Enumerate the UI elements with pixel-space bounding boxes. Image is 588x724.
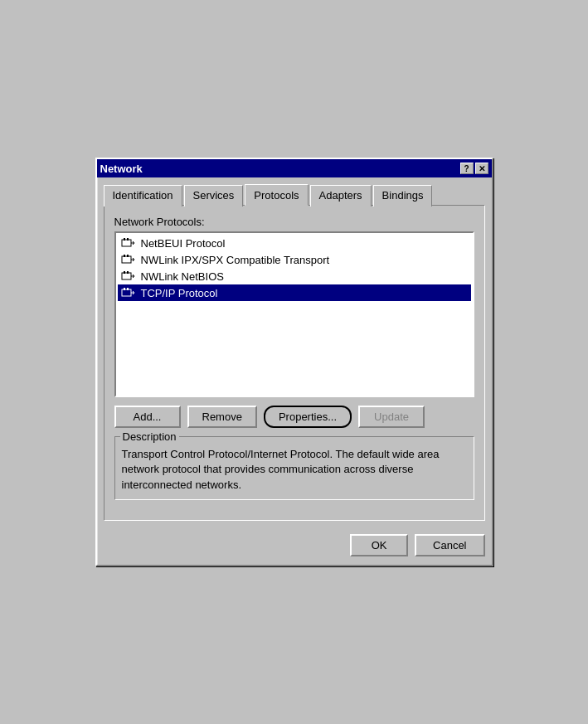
protocol-label: NWLink NetBIOS — [141, 270, 224, 283]
tab-identification[interactable]: Identification — [104, 185, 182, 207]
svg-rect-14 — [127, 271, 129, 274]
list-item-selected[interactable]: TCP/IP Protocol — [118, 284, 471, 301]
svg-rect-6 — [122, 256, 131, 263]
protocol-icon — [121, 253, 136, 266]
description-text: Transport Control Protocol/Internet Prot… — [122, 447, 467, 493]
cancel-button[interactable]: Cancel — [415, 534, 484, 556]
protocol-icon — [121, 270, 136, 283]
update-button[interactable]: Update — [358, 406, 425, 428]
tab-bindings[interactable]: Bindings — [373, 185, 433, 207]
tab-services[interactable]: Services — [184, 185, 244, 207]
description-legend: Description — [120, 430, 179, 443]
bottom-buttons: OK Cancel — [97, 527, 492, 565]
list-item[interactable]: NWLink NetBIOS — [118, 268, 471, 284]
title-bar-controls: ? ✕ — [460, 163, 488, 174]
protocol-label: NetBEUI Protocol — [141, 237, 226, 250]
protocol-icon — [121, 236, 136, 250]
ok-button[interactable]: OK — [350, 534, 408, 556]
window-title: Network — [100, 163, 143, 175]
protocol-label-selected: TCP/IP Protocol — [141, 287, 218, 299]
protocols-panel: Network Protocols: NetBEUI Protocol — [104, 205, 485, 521]
svg-rect-18 — [122, 289, 131, 296]
tab-bar: Identification Services Protocols Adapte… — [104, 184, 485, 206]
svg-rect-12 — [122, 273, 131, 279]
svg-rect-0 — [122, 240, 131, 246]
list-item[interactable]: NetBEUI Protocol — [118, 235, 471, 251]
protocol-icon — [121, 286, 136, 299]
properties-button[interactable]: Properties... — [264, 406, 352, 428]
add-button[interactable]: Add... — [114, 406, 181, 428]
help-button[interactable]: ? — [460, 163, 474, 174]
protocol-label: NWLink IPX/SPX Compatible Transport — [141, 254, 330, 266]
tab-protocols[interactable]: Protocols — [245, 184, 308, 206]
action-buttons: Add... Remove Properties... Update — [114, 406, 474, 428]
section-label: Network Protocols: — [114, 216, 474, 228]
svg-rect-13 — [124, 271, 125, 274]
svg-rect-20 — [127, 288, 129, 290]
svg-rect-2 — [127, 238, 129, 241]
list-item[interactable]: NWLink IPX/SPX Compatible Transport — [118, 251, 471, 268]
svg-rect-1 — [124, 238, 125, 241]
close-button[interactable]: ✕ — [475, 163, 488, 174]
description-group: Description Transport Control Protocol/I… — [114, 436, 474, 500]
svg-rect-19 — [124, 288, 125, 290]
svg-rect-8 — [127, 255, 129, 257]
tab-adapters[interactable]: Adapters — [310, 185, 372, 207]
protocol-list[interactable]: NetBEUI Protocol NWLink IPX/SPX Compatib… — [114, 231, 474, 397]
svg-rect-7 — [124, 255, 125, 257]
network-dialog: Network ? ✕ Identification Services Prot… — [95, 158, 493, 566]
remove-button[interactable]: Remove — [187, 406, 257, 428]
title-bar: Network ? ✕ — [97, 159, 492, 177]
window-content: Identification Services Protocols Adapte… — [97, 177, 492, 527]
